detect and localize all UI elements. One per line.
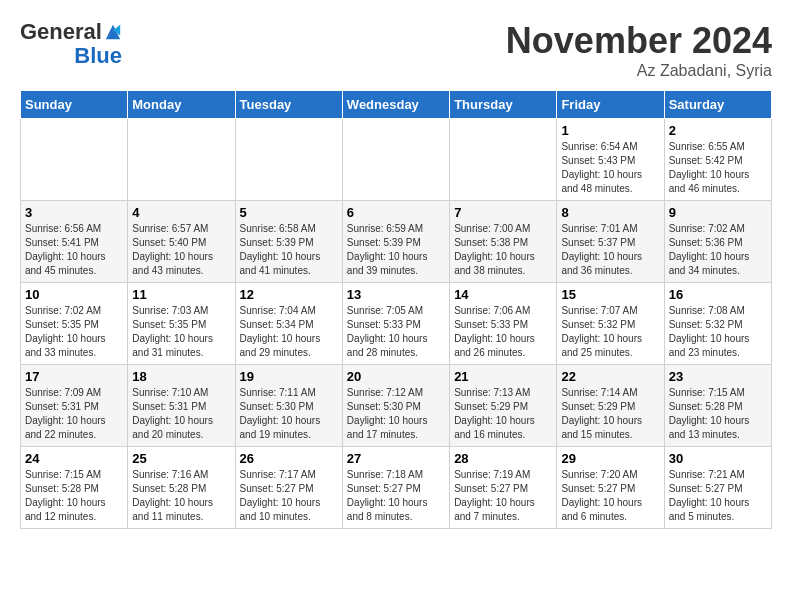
calendar-day-cell: [128, 119, 235, 201]
calendar-day-cell: [342, 119, 449, 201]
day-number: 6: [347, 205, 445, 220]
day-number: 23: [669, 369, 767, 384]
weekday-header-cell: Friday: [557, 91, 664, 119]
calendar-day-cell: 18Sunrise: 7:10 AM Sunset: 5:31 PM Dayli…: [128, 365, 235, 447]
day-info: Sunrise: 7:08 AM Sunset: 5:32 PM Dayligh…: [669, 304, 767, 360]
calendar-day-cell: 26Sunrise: 7:17 AM Sunset: 5:27 PM Dayli…: [235, 447, 342, 529]
calendar-day-cell: [450, 119, 557, 201]
weekday-header-cell: Monday: [128, 91, 235, 119]
day-info: Sunrise: 7:14 AM Sunset: 5:29 PM Dayligh…: [561, 386, 659, 442]
day-info: Sunrise: 6:55 AM Sunset: 5:42 PM Dayligh…: [669, 140, 767, 196]
day-info: Sunrise: 7:17 AM Sunset: 5:27 PM Dayligh…: [240, 468, 338, 524]
day-number: 19: [240, 369, 338, 384]
calendar-day-cell: 4Sunrise: 6:57 AM Sunset: 5:40 PM Daylig…: [128, 201, 235, 283]
day-number: 10: [25, 287, 123, 302]
location: Az Zabadani, Syria: [506, 62, 772, 80]
logo-icon: [104, 23, 122, 41]
calendar-week-row: 10Sunrise: 7:02 AM Sunset: 5:35 PM Dayli…: [21, 283, 772, 365]
day-number: 7: [454, 205, 552, 220]
day-info: Sunrise: 7:16 AM Sunset: 5:28 PM Dayligh…: [132, 468, 230, 524]
day-info: Sunrise: 6:58 AM Sunset: 5:39 PM Dayligh…: [240, 222, 338, 278]
calendar-day-cell: 11Sunrise: 7:03 AM Sunset: 5:35 PM Dayli…: [128, 283, 235, 365]
calendar-day-cell: 10Sunrise: 7:02 AM Sunset: 5:35 PM Dayli…: [21, 283, 128, 365]
day-info: Sunrise: 6:56 AM Sunset: 5:41 PM Dayligh…: [25, 222, 123, 278]
day-number: 30: [669, 451, 767, 466]
day-info: Sunrise: 7:15 AM Sunset: 5:28 PM Dayligh…: [25, 468, 123, 524]
day-number: 18: [132, 369, 230, 384]
calendar-day-cell: [235, 119, 342, 201]
day-number: 22: [561, 369, 659, 384]
weekday-header-cell: Saturday: [664, 91, 771, 119]
calendar-day-cell: 12Sunrise: 7:04 AM Sunset: 5:34 PM Dayli…: [235, 283, 342, 365]
day-info: Sunrise: 7:03 AM Sunset: 5:35 PM Dayligh…: [132, 304, 230, 360]
month-title: November 2024: [506, 20, 772, 62]
day-number: 4: [132, 205, 230, 220]
weekday-header-row: SundayMondayTuesdayWednesdayThursdayFrid…: [21, 91, 772, 119]
day-number: 20: [347, 369, 445, 384]
day-number: 14: [454, 287, 552, 302]
calendar-week-row: 24Sunrise: 7:15 AM Sunset: 5:28 PM Dayli…: [21, 447, 772, 529]
day-info: Sunrise: 7:19 AM Sunset: 5:27 PM Dayligh…: [454, 468, 552, 524]
calendar-week-row: 17Sunrise: 7:09 AM Sunset: 5:31 PM Dayli…: [21, 365, 772, 447]
day-number: 13: [347, 287, 445, 302]
calendar-day-cell: 24Sunrise: 7:15 AM Sunset: 5:28 PM Dayli…: [21, 447, 128, 529]
day-info: Sunrise: 7:13 AM Sunset: 5:29 PM Dayligh…: [454, 386, 552, 442]
calendar-day-cell: 27Sunrise: 7:18 AM Sunset: 5:27 PM Dayli…: [342, 447, 449, 529]
day-number: 25: [132, 451, 230, 466]
calendar-week-row: 1Sunrise: 6:54 AM Sunset: 5:43 PM Daylig…: [21, 119, 772, 201]
calendar-week-row: 3Sunrise: 6:56 AM Sunset: 5:41 PM Daylig…: [21, 201, 772, 283]
logo-general-text: General: [20, 20, 102, 44]
day-number: 26: [240, 451, 338, 466]
calendar: SundayMondayTuesdayWednesdayThursdayFrid…: [20, 90, 772, 529]
day-number: 8: [561, 205, 659, 220]
calendar-day-cell: [21, 119, 128, 201]
day-info: Sunrise: 6:54 AM Sunset: 5:43 PM Dayligh…: [561, 140, 659, 196]
day-number: 17: [25, 369, 123, 384]
calendar-day-cell: 15Sunrise: 7:07 AM Sunset: 5:32 PM Dayli…: [557, 283, 664, 365]
header: General Blue November 2024 Az Zabadani, …: [20, 20, 772, 80]
day-info: Sunrise: 7:00 AM Sunset: 5:38 PM Dayligh…: [454, 222, 552, 278]
day-info: Sunrise: 7:06 AM Sunset: 5:33 PM Dayligh…: [454, 304, 552, 360]
day-info: Sunrise: 6:57 AM Sunset: 5:40 PM Dayligh…: [132, 222, 230, 278]
calendar-body: 1Sunrise: 6:54 AM Sunset: 5:43 PM Daylig…: [21, 119, 772, 529]
day-number: 12: [240, 287, 338, 302]
day-info: Sunrise: 7:09 AM Sunset: 5:31 PM Dayligh…: [25, 386, 123, 442]
calendar-day-cell: 8Sunrise: 7:01 AM Sunset: 5:37 PM Daylig…: [557, 201, 664, 283]
calendar-day-cell: 19Sunrise: 7:11 AM Sunset: 5:30 PM Dayli…: [235, 365, 342, 447]
day-info: Sunrise: 7:10 AM Sunset: 5:31 PM Dayligh…: [132, 386, 230, 442]
title-area: November 2024 Az Zabadani, Syria: [506, 20, 772, 80]
calendar-day-cell: 5Sunrise: 6:58 AM Sunset: 5:39 PM Daylig…: [235, 201, 342, 283]
calendar-day-cell: 22Sunrise: 7:14 AM Sunset: 5:29 PM Dayli…: [557, 365, 664, 447]
day-number: 5: [240, 205, 338, 220]
calendar-day-cell: 7Sunrise: 7:00 AM Sunset: 5:38 PM Daylig…: [450, 201, 557, 283]
day-number: 3: [25, 205, 123, 220]
calendar-day-cell: 3Sunrise: 6:56 AM Sunset: 5:41 PM Daylig…: [21, 201, 128, 283]
day-number: 29: [561, 451, 659, 466]
day-info: Sunrise: 7:11 AM Sunset: 5:30 PM Dayligh…: [240, 386, 338, 442]
calendar-day-cell: 9Sunrise: 7:02 AM Sunset: 5:36 PM Daylig…: [664, 201, 771, 283]
day-number: 1: [561, 123, 659, 138]
logo: General Blue: [20, 20, 122, 68]
day-number: 27: [347, 451, 445, 466]
day-number: 28: [454, 451, 552, 466]
day-number: 2: [669, 123, 767, 138]
calendar-day-cell: 25Sunrise: 7:16 AM Sunset: 5:28 PM Dayli…: [128, 447, 235, 529]
day-number: 9: [669, 205, 767, 220]
logo-blue-text: Blue: [74, 44, 122, 68]
day-info: Sunrise: 7:15 AM Sunset: 5:28 PM Dayligh…: [669, 386, 767, 442]
calendar-day-cell: 2Sunrise: 6:55 AM Sunset: 5:42 PM Daylig…: [664, 119, 771, 201]
weekday-header-cell: Sunday: [21, 91, 128, 119]
day-info: Sunrise: 7:05 AM Sunset: 5:33 PM Dayligh…: [347, 304, 445, 360]
day-info: Sunrise: 7:01 AM Sunset: 5:37 PM Dayligh…: [561, 222, 659, 278]
calendar-day-cell: 16Sunrise: 7:08 AM Sunset: 5:32 PM Dayli…: [664, 283, 771, 365]
calendar-day-cell: 6Sunrise: 6:59 AM Sunset: 5:39 PM Daylig…: [342, 201, 449, 283]
weekday-header-cell: Wednesday: [342, 91, 449, 119]
calendar-day-cell: 29Sunrise: 7:20 AM Sunset: 5:27 PM Dayli…: [557, 447, 664, 529]
calendar-day-cell: 30Sunrise: 7:21 AM Sunset: 5:27 PM Dayli…: [664, 447, 771, 529]
day-info: Sunrise: 7:18 AM Sunset: 5:27 PM Dayligh…: [347, 468, 445, 524]
weekday-header-cell: Thursday: [450, 91, 557, 119]
calendar-day-cell: 28Sunrise: 7:19 AM Sunset: 5:27 PM Dayli…: [450, 447, 557, 529]
day-info: Sunrise: 7:07 AM Sunset: 5:32 PM Dayligh…: [561, 304, 659, 360]
weekday-header-cell: Tuesday: [235, 91, 342, 119]
day-info: Sunrise: 7:20 AM Sunset: 5:27 PM Dayligh…: [561, 468, 659, 524]
